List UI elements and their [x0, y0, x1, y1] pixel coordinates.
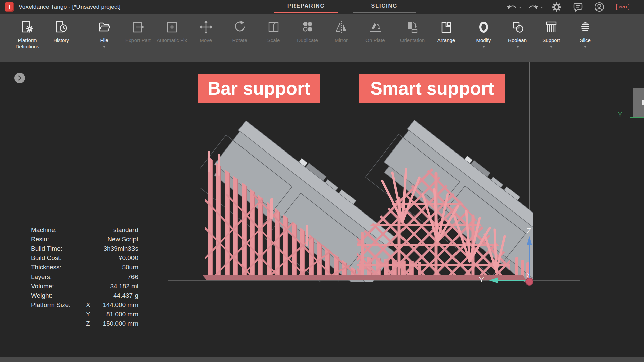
toolbar-item-label: Export Part — [125, 37, 151, 44]
axis-origin-dot — [526, 278, 533, 285]
info-axis: X — [81, 301, 95, 309]
info-value: 34.182 ml — [95, 283, 138, 290]
toolbar-item-label: Scale — [267, 37, 280, 44]
info-value: 144.000 mm — [95, 301, 138, 309]
mirror-icon — [334, 19, 349, 35]
toolbar-item-support[interactable]: Support — [534, 14, 568, 48]
info-value: 44.437 g — [95, 292, 138, 299]
toolbar-item-label: Support — [542, 37, 560, 44]
user-account-icon[interactable] — [594, 2, 605, 12]
toolbar-item-label: Arrange — [437, 37, 455, 44]
info-label: Build Time: — [31, 245, 81, 252]
platform-definitions-icon — [20, 19, 35, 35]
automatic-fix-icon — [165, 19, 179, 35]
slice-dropdown-icon — [584, 46, 587, 48]
info-row-platform-x: Platform Size:X144.000 mm — [31, 300, 138, 310]
window-title: Voxeldance Tango - [*Unsaved project] — [19, 4, 121, 10]
info-row-platform-y: Y81.000 mm — [31, 310, 138, 319]
axis-z-label: Z — [527, 227, 531, 235]
file-dropdown-icon — [103, 46, 106, 48]
info-label: Resin: — [31, 236, 81, 243]
toolbar-item-label: Platform Definitions — [11, 37, 44, 50]
settings-gear-icon[interactable] — [552, 2, 562, 12]
on-plate-icon — [368, 19, 383, 35]
expand-panel-button[interactable] — [14, 73, 25, 83]
toolbar-item-boolean[interactable]: Boolean — [500, 14, 534, 48]
toolbar-item-label: History — [53, 37, 69, 44]
info-axis: Z — [81, 320, 95, 327]
info-label: Machine: — [31, 226, 81, 234]
toolbar-item-platform-definitions[interactable]: Platform Definitions — [10, 14, 44, 50]
toolbar-item-label: Orientation — [400, 37, 425, 44]
modify-dropdown-icon — [482, 46, 485, 48]
info-row-build-cost: Build Cost:¥0.000 — [31, 253, 138, 263]
voxeldance-tango-window: { "app": { "title": "Voxeldance Tango - … — [0, 0, 644, 362]
right-edge-tick — [642, 100, 644, 105]
toolbar-item-mirror[interactable]: Mirror — [324, 14, 358, 44]
toolbar-item-rotate[interactable]: Rotate — [223, 14, 257, 44]
right-edge-y-axis-line — [630, 117, 644, 118]
info-row-platform-z: Z150.000 mm — [31, 319, 138, 328]
info-value: 50um — [95, 264, 138, 271]
toolbar-item-label: Automatic Fix — [157, 37, 187, 44]
info-value: 3h39min33s — [95, 245, 138, 252]
smart-support-annotation: Smart support — [359, 74, 505, 103]
app-logo: T — [5, 2, 14, 12]
toolbar-item-scale[interactable]: Scale — [257, 14, 290, 44]
toolbar-item-label: Duplicate — [297, 37, 318, 44]
toolbar-item-automatic-fix[interactable]: Automatic Fix — [155, 14, 189, 44]
axis-indicator: X Z Y — [476, 221, 543, 288]
toolbar-item-label: Slice — [580, 37, 591, 44]
tab-slicing-label: SLICING — [371, 3, 398, 9]
info-value: 766 — [95, 273, 138, 281]
info-value: New Script — [95, 236, 138, 243]
toolbar-item-label: Boolean — [508, 37, 527, 44]
redo-dropdown-icon[interactable] — [540, 7, 543, 8]
toolbar-item-label: Rotate — [232, 37, 247, 44]
export-part-icon — [131, 19, 146, 35]
undo-icon[interactable] — [507, 3, 517, 11]
toolbar-item-arrange[interactable]: Arrange — [429, 14, 463, 44]
pro-badge[interactable]: PRO — [616, 4, 629, 10]
right-edge-y-axis-label: Y — [618, 111, 622, 118]
scale-icon — [266, 19, 281, 35]
tab-slicing-underline — [353, 12, 416, 13]
toolbar-item-history[interactable]: History — [44, 14, 78, 44]
arrange-icon — [439, 19, 454, 35]
feedback-chat-icon[interactable] — [573, 2, 583, 12]
toolbar-item-slice[interactable]: Slice — [568, 14, 602, 48]
bar-support-annotation: Bar support — [198, 74, 320, 103]
info-label: Layers: — [31, 273, 81, 281]
support-icon — [544, 19, 559, 35]
info-row-thickness: Thickness:50um — [31, 263, 138, 272]
bottom-status-strip — [0, 357, 644, 362]
info-label: Platform Size: — [31, 301, 81, 309]
support-dropdown-icon — [550, 46, 553, 48]
move-icon — [199, 19, 213, 35]
toolbar-item-on-plate[interactable]: On Plate — [358, 14, 392, 44]
titlebar-actions: PRO — [507, 0, 629, 14]
slice-icon — [578, 19, 593, 35]
info-label: Build Cost: — [31, 254, 81, 262]
toolbar-item-export-part[interactable]: Export Part — [121, 14, 155, 44]
toolbar-item-file[interactable]: File — [87, 14, 121, 48]
main-toolbar: Platform Definitions History File — [0, 14, 644, 62]
build-info-panel: Machine:standard Resin:New Script Build … — [31, 225, 138, 328]
chevron-right-icon — [17, 75, 22, 81]
toolbar-item-orientation[interactable]: Orientation — [395, 14, 429, 44]
boolean-icon — [510, 19, 525, 35]
toolbar-item-modify[interactable]: Modify — [467, 14, 500, 48]
tab-slicing[interactable]: SLICING — [353, 0, 416, 14]
redo-icon[interactable] — [528, 3, 538, 11]
title-bar: T Voxeldance Tango - [*Unsaved project] … — [0, 0, 644, 14]
info-row-volume: Volume:34.182 ml — [31, 282, 138, 291]
toolbar-item-duplicate[interactable]: Duplicate — [290, 14, 324, 44]
toolbar-item-move[interactable]: Move — [189, 14, 223, 44]
tab-preparing-active-underline — [274, 12, 338, 13]
info-label: Weight: — [31, 292, 81, 299]
info-row-build-time: Build Time:3h39min33s — [31, 244, 138, 253]
toolbar-item-label: File — [100, 37, 108, 44]
undo-dropdown-icon[interactable] — [519, 7, 522, 8]
tab-preparing[interactable]: PREPARING — [274, 0, 338, 14]
viewport-left-boundary-line — [189, 62, 189, 281]
